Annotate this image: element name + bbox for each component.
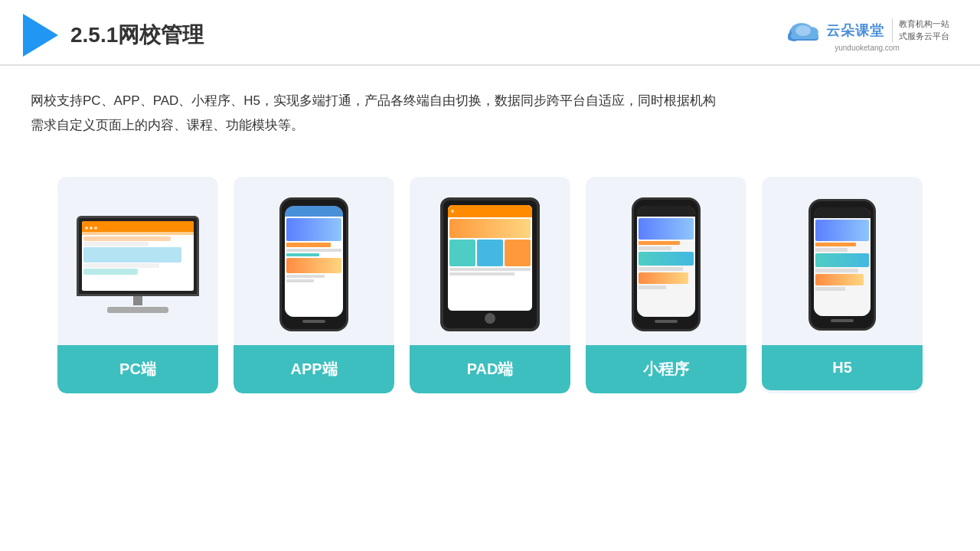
logo-triangle-icon: [23, 14, 58, 57]
app-phone-notch: [302, 200, 325, 206]
pc-image-area: [57, 177, 218, 345]
app-phone-mockup: [279, 197, 348, 331]
header-right: 云朵课堂 教育机构一站 式服务云平台 yunduoketang.com: [785, 18, 949, 52]
brand-logo: 云朵课堂 教育机构一站 式服务云平台 yunduoketang.com: [785, 18, 949, 52]
brand-logo-icon: 云朵课堂 教育机构一站 式服务云平台: [785, 18, 949, 42]
pc-mockup: [73, 216, 203, 313]
miniprogram-image-area: [586, 177, 746, 345]
svg-point-7: [795, 25, 811, 36]
h5-label: H5: [762, 345, 923, 390]
pc-base: [107, 307, 168, 313]
miniprogram-phone-home-bar: [655, 320, 678, 323]
h5-card: H5: [762, 177, 923, 393]
pc-card: PC端: [57, 177, 218, 393]
miniprogram-screen-sim: [637, 206, 695, 317]
pc-screen-sim: [82, 221, 194, 291]
page-title: 2.5.1网校管理: [70, 21, 204, 50]
miniprogram-phone-screen: [637, 206, 695, 317]
brand-name: 云朵课堂: [826, 21, 884, 40]
pc-sim-body: [82, 235, 194, 291]
brand-tagline: 教育机构一站 式服务云平台: [892, 18, 949, 42]
pc-screen-outer: [77, 216, 199, 296]
pc-neck: [133, 296, 142, 305]
pad-tablet-screen: [448, 205, 532, 311]
description-text: 网校支持PC、APP、PAD、小程序、H5，实现多端打通，产品各终端自由切换，数…: [0, 66, 980, 146]
miniprogram-label: 小程序: [586, 345, 746, 393]
pad-tablet-home-button: [485, 313, 495, 324]
pc-screen-inner: [82, 221, 194, 291]
pc-label: PC端: [57, 345, 218, 393]
device-cards-container: PC端: [0, 154, 980, 409]
miniprogram-phone-notch: [655, 200, 678, 206]
h5-phone-home-bar: [831, 319, 854, 322]
h5-screen-sim: [814, 207, 871, 316]
brand-tagline-line2: 式服务云平台: [899, 31, 949, 42]
h5-image-area: [762, 177, 923, 345]
brand-url: yunduoketang.com: [835, 44, 900, 52]
pad-image-area: [410, 177, 570, 345]
app-phone-home-bar: [302, 320, 325, 323]
h5-phone-screen: [814, 207, 871, 316]
pad-card: PAD端: [410, 177, 570, 393]
header: 2.5.1网校管理 云朵课堂 教育机: [0, 0, 980, 66]
app-label: APP端: [234, 345, 394, 393]
cloud-icon: [785, 19, 822, 42]
app-card: APP端: [234, 177, 394, 393]
description-line2: 需求自定义页面上的内容、课程、功能模块等。: [31, 113, 949, 138]
description-line1: 网校支持PC、APP、PAD、小程序、H5，实现多端打通，产品各终端自由切换，数…: [31, 89, 949, 113]
miniprogram-phone-mockup: [632, 197, 701, 331]
pad-screen-sim: [448, 205, 532, 311]
pad-label: PAD端: [410, 345, 570, 393]
h5-phone-notch: [831, 201, 854, 207]
app-phone-screen: [285, 206, 343, 317]
pad-tablet-mockup: [440, 197, 540, 331]
miniprogram-card: 小程序: [586, 177, 746, 393]
app-screen-sim: [285, 206, 343, 317]
app-image-area: [234, 177, 394, 345]
h5-phone-mockup: [808, 199, 876, 331]
header-left: 2.5.1网校管理: [23, 14, 204, 57]
brand-tagline-line1: 教育机构一站: [899, 18, 949, 30]
pc-sim-header: [82, 221, 194, 235]
